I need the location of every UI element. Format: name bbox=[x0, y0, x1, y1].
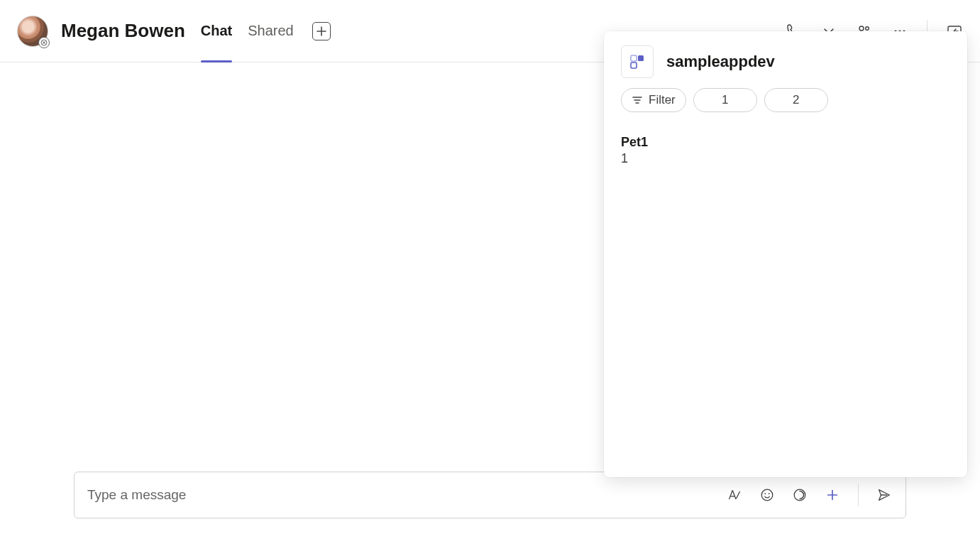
actions-button[interactable] bbox=[824, 486, 841, 504]
messaging-extension-panel: sampleappdev Filter 1 2 Pet1 1 bbox=[604, 31, 967, 477]
send-icon bbox=[876, 487, 892, 503]
tab-chat[interactable]: Chat bbox=[201, 0, 232, 62]
svg-point-10 bbox=[764, 493, 766, 494]
app-icon bbox=[621, 45, 654, 78]
filter-label: Filter bbox=[649, 93, 676, 107]
svg-point-9 bbox=[761, 489, 773, 501]
svg-point-4 bbox=[866, 26, 869, 30]
loop-icon bbox=[792, 487, 808, 503]
chat-title[interactable]: Megan Bowen bbox=[61, 20, 185, 42]
filter-icon bbox=[632, 94, 643, 106]
emoji-button[interactable] bbox=[759, 486, 776, 504]
svg-rect-13 bbox=[631, 55, 637, 61]
emoji-icon bbox=[759, 487, 775, 503]
format-text-icon bbox=[727, 487, 742, 503]
filter-pill-1[interactable]: 1 bbox=[693, 88, 757, 112]
svg-point-3 bbox=[859, 26, 864, 31]
message-input[interactable] bbox=[87, 487, 726, 503]
svg-rect-15 bbox=[631, 62, 637, 68]
filter-pill-2[interactable]: 2 bbox=[764, 88, 828, 112]
panel-header: sampleappdev bbox=[621, 45, 950, 78]
divider bbox=[858, 484, 859, 506]
plus-icon bbox=[316, 26, 327, 37]
svg-rect-14 bbox=[638, 55, 644, 61]
send-button[interactable] bbox=[876, 486, 893, 504]
filter-row: Filter 1 2 bbox=[621, 88, 950, 112]
filter-button[interactable]: Filter bbox=[621, 88, 686, 112]
result-title: Pet1 bbox=[621, 135, 950, 150]
compose-toolbar bbox=[726, 484, 893, 506]
result-item[interactable]: Pet1 1 bbox=[621, 135, 950, 166]
plus-icon bbox=[825, 487, 840, 503]
contact-avatar[interactable] bbox=[17, 16, 48, 47]
add-tab-button[interactable] bbox=[312, 22, 331, 40]
app-tiles-icon bbox=[629, 53, 646, 70]
svg-point-11 bbox=[769, 493, 770, 494]
result-subtitle: 1 bbox=[621, 151, 950, 166]
results-list: Pet1 1 bbox=[621, 135, 950, 463]
tab-shared[interactable]: Shared bbox=[248, 0, 294, 62]
compose-box bbox=[74, 472, 906, 518]
presence-offline-icon bbox=[38, 37, 50, 48]
app-title: sampleappdev bbox=[666, 53, 775, 71]
loop-button[interactable] bbox=[791, 486, 808, 504]
tab-list: Chat Shared bbox=[201, 0, 331, 62]
format-button[interactable] bbox=[726, 486, 743, 504]
